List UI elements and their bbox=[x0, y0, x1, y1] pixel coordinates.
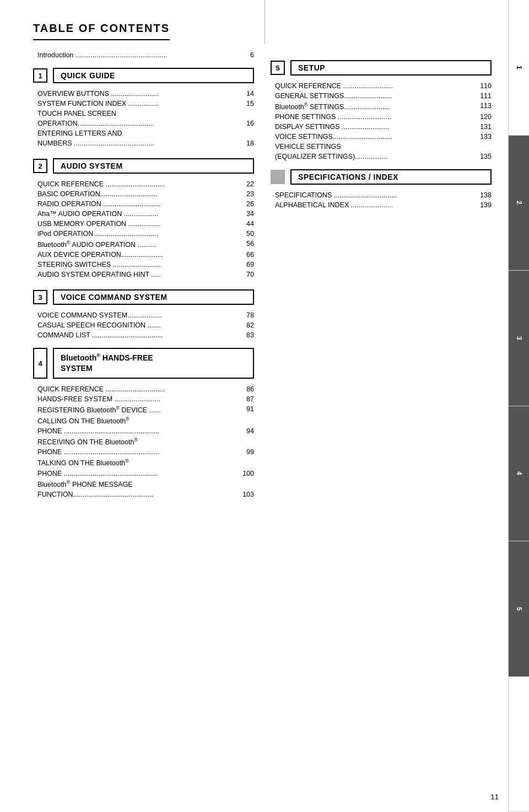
entry-page: 22 bbox=[237, 180, 254, 188]
section-4-title: Bluetooth® HANDS-FREESYSTEM bbox=[53, 348, 254, 379]
sidebar-tab-3[interactable]: 3 bbox=[509, 271, 529, 406]
entry-page: 16 bbox=[237, 120, 254, 127]
toc-entry: SPECIFICATIONS .........................… bbox=[271, 191, 492, 199]
section-2-number: 2 bbox=[33, 159, 47, 173]
entry-page: 139 bbox=[475, 201, 492, 209]
toc-entry-sub: OPERATION...............................… bbox=[33, 120, 254, 127]
entry-label: PHONE ..................................… bbox=[37, 448, 237, 456]
entry-label: ALPHABETICAL INDEX .....................… bbox=[275, 201, 475, 209]
entry-label: PHONE ..................................… bbox=[37, 470, 237, 477]
entry-page: 78 bbox=[237, 311, 254, 319]
entry-label: AUDIO SYSTEM OPERATING HINT ..... bbox=[37, 271, 237, 278]
toc-entry: REGISTERING Bluetooth® DEVICE ...... 91 bbox=[33, 405, 254, 414]
spec-header: SPECIFICATIONS / INDEX bbox=[271, 169, 492, 185]
toc-entry: SYSTEM FUNCTION INDEX ................ 1… bbox=[33, 100, 254, 107]
section-4-number: 4 bbox=[33, 348, 47, 379]
section-2-title: AUDIO SYSTEM bbox=[53, 158, 254, 174]
toc-entry-sub: NUMBERS ................................… bbox=[33, 139, 254, 147]
section-5-header: 5 SETUP bbox=[271, 60, 492, 76]
toc-entry: BASIC OPERATION.........................… bbox=[33, 190, 254, 198]
sidebar-tab-5[interactable]: 5 bbox=[509, 541, 529, 677]
toc-entry: VOICE SETTINGS..........................… bbox=[271, 133, 492, 141]
entry-label: TOUCH PANEL SCREEN bbox=[37, 110, 237, 117]
entry-page: 70 bbox=[237, 271, 254, 278]
vertical-divider bbox=[264, 0, 265, 44]
section-5-title: SETUP bbox=[290, 60, 492, 76]
entry-page bbox=[237, 458, 254, 467]
entry-page: 113 bbox=[475, 102, 492, 111]
toc-entry: TOUCH PANEL SCREEN bbox=[33, 110, 254, 117]
toc-entry: QUICK REFERENCE ........................… bbox=[271, 82, 492, 90]
entry-label: HANDS-FREE SYSTEM ......................… bbox=[37, 395, 237, 403]
entry-label: COMMAND LIST ...........................… bbox=[37, 331, 237, 339]
entry-page: 56 bbox=[237, 240, 254, 249]
toc-entry: OVERVIEW BUTTONS .......................… bbox=[33, 90, 254, 98]
toc-entry: CALLING ON THE Bluetooth® bbox=[33, 416, 254, 425]
entry-label: CALLING ON THE Bluetooth® bbox=[37, 416, 237, 425]
section-5-entries: QUICK REFERENCE ........................… bbox=[271, 82, 492, 160]
section-2-header: 2 AUDIO SYSTEM bbox=[33, 158, 254, 174]
toc-entry-sub: PHONE ..................................… bbox=[33, 448, 254, 456]
section-4-header: 4 Bluetooth® HANDS-FREESYSTEM bbox=[33, 348, 254, 379]
intro-page: 6 bbox=[237, 51, 254, 59]
entry-label: PHONE SETTINGS .........................… bbox=[275, 113, 475, 121]
sidebar-tab-2[interactable]: 2 bbox=[509, 136, 529, 271]
intro-entry: Introduction ...........................… bbox=[33, 51, 254, 59]
entry-label: VOICE COMMAND SYSTEM.................. bbox=[37, 311, 237, 319]
entry-page: 15 bbox=[237, 100, 254, 107]
toc-entry: iPod OPERATION .........................… bbox=[33, 230, 254, 238]
entry-page bbox=[237, 416, 254, 425]
entry-page: 94 bbox=[237, 427, 254, 435]
entry-page: 34 bbox=[237, 210, 254, 218]
page: TABLE OF CONTENTS Introduction .........… bbox=[0, 0, 529, 812]
entry-page bbox=[237, 437, 254, 446]
section-1-entries: OVERVIEW BUTTONS .......................… bbox=[33, 90, 254, 147]
entry-page bbox=[237, 110, 254, 117]
entry-label: CASUAL SPEECH RECOGNITION ....... bbox=[37, 321, 237, 329]
toc-entry: VOICE COMMAND SYSTEM.................. 7… bbox=[33, 311, 254, 319]
entry-label: RECEIVING ON THE Bluetooth® bbox=[37, 437, 237, 446]
entry-page: 138 bbox=[475, 191, 492, 199]
toc-entry: DISPLAY SETTINGS .......................… bbox=[271, 123, 492, 131]
entry-label: AUX DEVICE OPERATION....................… bbox=[37, 251, 237, 259]
sidebar-tab-empty bbox=[509, 677, 529, 813]
section-2-entries: QUICK REFERENCE ........................… bbox=[33, 180, 254, 278]
spec-entries: SPECIFICATIONS .........................… bbox=[271, 191, 492, 209]
sidebar-tab-4[interactable]: 4 bbox=[509, 406, 529, 542]
entry-label: BASIC OPERATION.........................… bbox=[37, 190, 237, 198]
entry-label: QUICK REFERENCE ........................… bbox=[37, 180, 237, 188]
toc-entry: CASUAL SPEECH RECOGNITION ....... 82 bbox=[33, 321, 254, 329]
entry-page: 50 bbox=[237, 230, 254, 238]
page-number: 11 bbox=[491, 793, 499, 801]
entry-label: STEERING SWITCHES ......................… bbox=[37, 261, 237, 268]
entry-page: 23 bbox=[237, 190, 254, 198]
entry-page: 103 bbox=[237, 491, 254, 498]
entry-page: 26 bbox=[237, 200, 254, 208]
entry-label: FUNCTION................................… bbox=[37, 491, 237, 498]
entry-page: 99 bbox=[237, 448, 254, 456]
section-3-title: VOICE COMMAND SYSTEM bbox=[53, 289, 254, 305]
entry-page: 120 bbox=[475, 113, 492, 121]
entry-page: 87 bbox=[237, 395, 254, 403]
entry-label: DISPLAY SETTINGS .......................… bbox=[275, 123, 475, 131]
toc-entry: USB MEMORY OPERATION ................. 4… bbox=[33, 220, 254, 228]
toc-entry: STEERING SWITCHES ......................… bbox=[33, 261, 254, 268]
entry-label: VEHICLE SETTINGS bbox=[275, 143, 475, 150]
entry-label: iPod OPERATION .........................… bbox=[37, 230, 237, 238]
entry-label: Bluetooth® SETTINGS.....................… bbox=[275, 102, 475, 111]
entry-page: 82 bbox=[237, 321, 254, 329]
entry-label: SYSTEM FUNCTION INDEX ................ bbox=[37, 100, 237, 107]
toc-entry: VEHICLE SETTINGS bbox=[271, 143, 492, 150]
entry-page: 91 bbox=[237, 405, 254, 414]
spec-number bbox=[271, 170, 285, 184]
sidebar-tab-1[interactable]: 1 bbox=[509, 0, 529, 136]
entry-page: 86 bbox=[237, 385, 254, 393]
entry-label: Bluetooth® AUDIO OPERATION .......... bbox=[37, 240, 237, 249]
toc-entry: ENTERING LETTERS AND bbox=[33, 130, 254, 137]
toc-entry: QUICK REFERENCE ........................… bbox=[33, 385, 254, 393]
page-title: TABLE OF CONTENTS bbox=[33, 22, 170, 40]
toc-entry: AUX DEVICE OPERATION....................… bbox=[33, 251, 254, 259]
toc-entry-sub: (EQUALIZER SETTINGS)................. 13… bbox=[271, 153, 492, 160]
toc-entry: Bluetooth® SETTINGS.....................… bbox=[271, 102, 492, 111]
toc-entry: TALKING ON THE Bluetooth® bbox=[33, 458, 254, 467]
